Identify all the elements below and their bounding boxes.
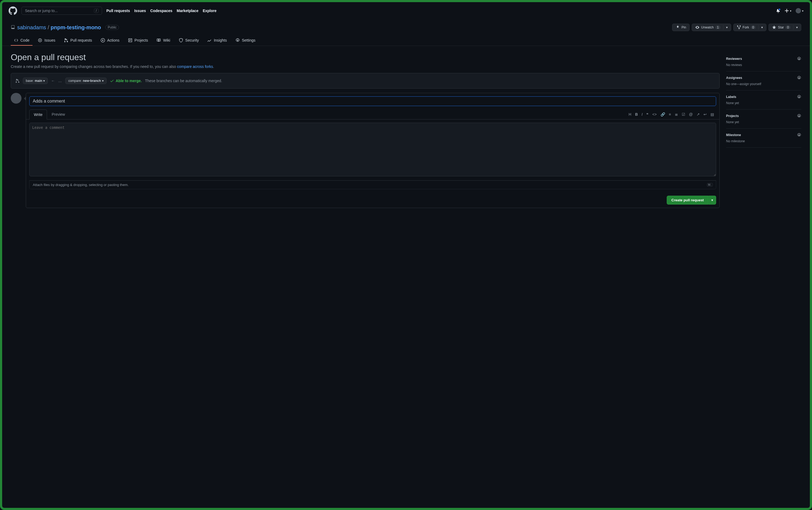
reviewers-body: No reviews <box>726 63 801 67</box>
ellipsis: … <box>58 79 62 83</box>
search-placeholder: Search or jump to... <box>25 8 58 13</box>
pr-form-box: Write Preview H B I ❝ <> 🔗 ≡ ≣ ☑ @ ↗ <box>26 93 720 208</box>
nav-issues[interactable]: Issues <box>134 8 146 13</box>
nav-marketplace[interactable]: Marketplace <box>177 8 198 13</box>
tab-issues[interactable]: Issues <box>35 35 58 46</box>
svg-rect-3 <box>128 39 132 42</box>
global-search[interactable]: Search or jump to... / <box>22 7 102 15</box>
gear-icon[interactable] <box>797 133 801 137</box>
author-avatar[interactable] <box>11 93 22 103</box>
link-icon[interactable]: 🔗 <box>661 112 665 117</box>
nav-pull-requests[interactable]: Pull requests <box>106 8 130 13</box>
svg-point-8 <box>799 115 800 117</box>
projects-body: None yet <box>726 120 801 124</box>
base-branch-select[interactable]: base: main ▾ <box>23 78 48 84</box>
watch-button[interactable]: Unwatch 1 ▾ <box>692 24 731 31</box>
watch-count: 1 <box>715 26 720 29</box>
mention-icon[interactable]: @ <box>689 112 693 117</box>
tab-preview[interactable]: Preview <box>47 109 69 119</box>
repo-breadcrumb: sabinadams / pnpm-testing-mono <box>17 24 101 31</box>
global-header: Search or jump to... / Pull requests Iss… <box>2 2 810 19</box>
svg-point-9 <box>799 134 800 136</box>
code-icon[interactable]: <> <box>652 112 657 117</box>
chevron-down-icon: ▾ <box>102 79 104 83</box>
pin-button[interactable]: Pin <box>672 24 690 31</box>
chevron-down-icon: ▾ <box>796 26 798 29</box>
cross-reference-icon[interactable]: ↗ <box>697 112 700 117</box>
tab-pull-requests[interactable]: Pull requests <box>61 35 95 46</box>
notification-dot <box>778 8 781 11</box>
nav-explore[interactable]: Explore <box>203 8 216 13</box>
task-list-icon[interactable]: ☑ <box>682 112 685 117</box>
labels-body: None yet <box>726 101 801 105</box>
fork-count: 0 <box>751 26 756 29</box>
pr-comment-textarea[interactable] <box>29 123 716 176</box>
tab-insights[interactable]: Insights <box>204 35 230 46</box>
milestone-body: No milestone <box>726 139 801 143</box>
chevron-down-icon: ▾ <box>726 26 728 29</box>
global-nav: Pull requests Issues Codespaces Marketpl… <box>106 8 216 13</box>
tab-wiki[interactable]: Wiki <box>153 35 173 46</box>
gear-icon[interactable] <box>797 95 801 99</box>
tab-actions[interactable]: Actions <box>97 35 123 46</box>
attach-hint[interactable]: Attach files by dragging & dropping, sel… <box>29 180 716 189</box>
tab-settings[interactable]: Settings <box>232 35 259 46</box>
repo-name-link[interactable]: pnpm-testing-mono <box>51 24 101 30</box>
gear-icon[interactable] <box>797 76 801 80</box>
visibility-badge: Public <box>105 25 119 30</box>
tab-projects[interactable]: Projects <box>125 35 151 46</box>
user-avatar <box>795 8 801 13</box>
projects-title: Projects <box>726 114 739 118</box>
ordered-list-icon[interactable]: ≣ <box>675 112 678 117</box>
tab-security[interactable]: Security <box>176 35 202 46</box>
page-title: Open a pull request <box>11 52 720 62</box>
assign-yourself-link[interactable]: assign yourself <box>740 82 761 86</box>
quote-icon[interactable]: ❝ <box>646 112 648 117</box>
unordered-list-icon[interactable]: ≡ <box>669 112 671 117</box>
italic-icon[interactable]: I <box>641 112 643 117</box>
svg-point-4 <box>237 40 238 41</box>
markdown-help-icon[interactable]: M↓ <box>707 183 713 186</box>
nav-codespaces[interactable]: Codespaces <box>150 8 172 13</box>
svg-point-1 <box>39 40 40 41</box>
gear-icon[interactable] <box>797 114 801 118</box>
page-subtitle: Create a new pull request by comparing c… <box>11 64 720 69</box>
tab-code[interactable]: Code <box>11 35 32 46</box>
star-button[interactable]: Star 0 ▾ <box>768 24 801 31</box>
bold-icon[interactable]: B <box>635 112 638 117</box>
compare-branch-select[interactable]: compare: new-branch ▾ <box>65 78 106 84</box>
create-new-menu[interactable] <box>785 8 791 13</box>
compare-icon <box>15 79 20 83</box>
star-count: 0 <box>785 26 790 29</box>
reply-icon[interactable]: ↩ <box>703 112 707 117</box>
repo-icon <box>11 25 15 30</box>
milestone-title: Milestone <box>726 133 741 137</box>
page-title-block: Open a pull request Create a new pull re… <box>11 52 720 69</box>
arrow-left-icon: ← <box>51 79 55 83</box>
github-logo[interactable] <box>8 6 17 15</box>
repo-owner-link[interactable]: sabinadams <box>17 24 46 30</box>
heading-icon[interactable]: H <box>629 112 631 117</box>
user-menu[interactable] <box>795 8 804 13</box>
pr-sidebar: Reviewers No reviews Assignees No one—as… <box>726 52 801 208</box>
pr-title-input[interactable] <box>29 96 716 106</box>
diff-icon[interactable]: ▤ <box>710 112 714 117</box>
svg-point-7 <box>799 96 800 97</box>
create-pr-button[interactable]: Create pull request <box>667 196 708 205</box>
tab-write[interactable]: Write <box>29 110 47 119</box>
check-icon <box>110 79 114 83</box>
fork-button[interactable]: Fork 0 ▾ <box>733 24 766 31</box>
compare-bar: base: main ▾ ← … compare: new-branch ▾ A… <box>11 73 720 89</box>
merge-status: Able to merge. <box>110 79 142 83</box>
svg-point-5 <box>799 58 800 59</box>
create-pr-dropdown[interactable]: ▾ <box>708 196 716 205</box>
notifications-button[interactable] <box>776 8 780 13</box>
chevron-down-icon: ▾ <box>761 26 763 29</box>
compare-forks-link[interactable]: compare across forks <box>177 64 213 69</box>
labels-title: Labels <box>726 95 736 99</box>
gear-icon[interactable] <box>797 57 801 61</box>
repo-header: sabinadams / pnpm-testing-mono Public Pi… <box>2 19 810 35</box>
svg-point-6 <box>799 77 800 79</box>
assignees-body: No one—assign yourself <box>726 82 801 86</box>
markdown-toolbar: H B I ❝ <> 🔗 ≡ ≣ ☑ @ ↗ ↩ ▤ <box>629 112 716 117</box>
